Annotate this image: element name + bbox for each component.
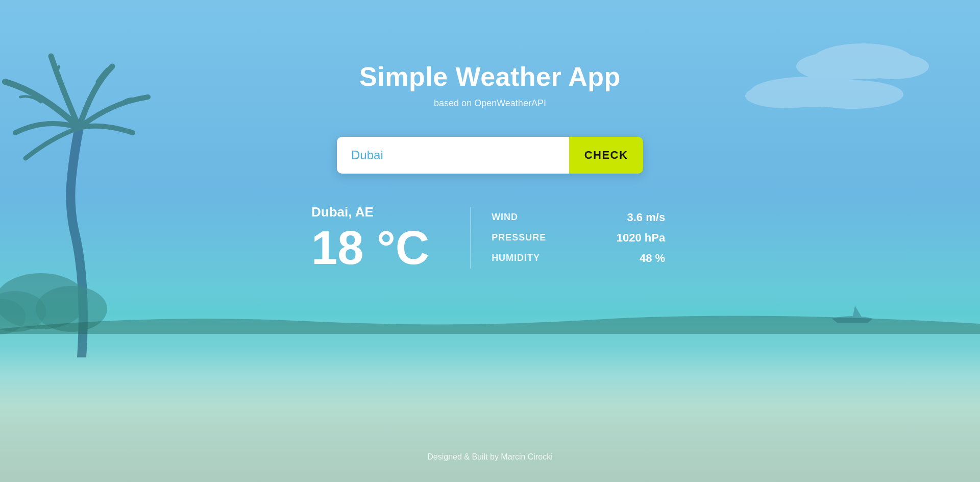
wind-label: WIND	[492, 212, 558, 223]
city-name: Dubai, AE	[311, 204, 374, 220]
app-title: Simple Weather App	[359, 61, 621, 92]
humidity-value: 48 %	[599, 252, 665, 265]
weather-left-panel: Dubai, AE 18 °C	[311, 204, 450, 271]
pressure-value: 1020 hPa	[599, 231, 665, 245]
weather-result: Dubai, AE 18 °C WIND 3.6 m/s PRESSURE 10…	[311, 204, 669, 271]
temperature-display: 18 °C	[311, 224, 429, 271]
humidity-stat-row: HUMIDITY 48 %	[492, 252, 665, 265]
city-search-input[interactable]	[337, 137, 569, 174]
footer-text: Designed & Built by Marcin Cirocki	[427, 452, 552, 461]
pressure-label: PRESSURE	[492, 232, 558, 243]
weather-stats-panel: WIND 3.6 m/s PRESSURE 1020 hPa HUMIDITY …	[492, 211, 665, 265]
check-weather-button[interactable]: CHECK	[569, 137, 643, 174]
weather-divider	[470, 207, 471, 269]
pressure-stat-row: PRESSURE 1020 hPa	[492, 231, 665, 245]
wind-stat-row: WIND 3.6 m/s	[492, 211, 665, 224]
humidity-label: HUMIDITY	[492, 253, 558, 263]
app-subtitle: based on OpenWeatherAPI	[434, 98, 546, 109]
wind-value: 3.6 m/s	[599, 211, 665, 224]
page-wrapper: Simple Weather App based on OpenWeatherA…	[0, 0, 980, 482]
search-container: CHECK	[337, 137, 643, 174]
footer: Designed & Built by Marcin Cirocki	[0, 452, 980, 462]
